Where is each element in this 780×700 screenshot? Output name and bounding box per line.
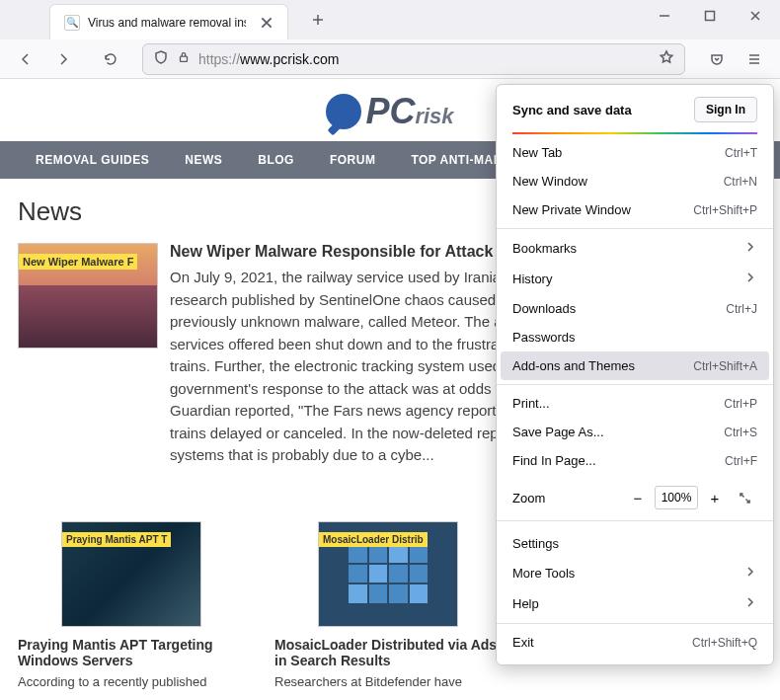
menu-item-passwords[interactable]: Passwords: [497, 323, 773, 351]
menu-item-label: Help: [512, 596, 539, 611]
menu-item-more-tools[interactable]: More Tools: [497, 558, 773, 588]
menu-item-shortcut: Ctrl+P: [724, 397, 757, 411]
thumb-overlay-label: New Wiper Malware F: [19, 254, 137, 270]
nav-blog[interactable]: BLOG: [240, 141, 312, 179]
bookmark-star-icon[interactable]: [659, 49, 674, 69]
app-menu-panel: Sync and save data Sign In New TabCtrl+T…: [496, 84, 774, 665]
menu-sync-header: Sync and save data Sign In: [497, 85, 773, 132]
nav-forum[interactable]: FORUM: [312, 141, 394, 179]
list-item: MosaicLoader Distrib MosaicLoader Distri…: [274, 521, 502, 689]
svg-rect-0: [706, 12, 715, 21]
menu-item-shortcut: Ctrl+T: [725, 146, 757, 160]
card-thumbnail[interactable]: Praying Mantis APT T: [61, 521, 201, 627]
menu-item-label: Downloads: [512, 301, 576, 316]
menu-item-history[interactable]: History: [497, 264, 773, 294]
url-text: https://www.pcrisk.com: [198, 51, 651, 67]
minimize-button[interactable]: [642, 0, 687, 32]
menu-item-label: Add-ons and Themes: [512, 358, 635, 373]
menu-item-downloads[interactable]: DownloadsCtrl+J: [497, 294, 773, 323]
menu-item-label: Find In Page...: [512, 453, 596, 468]
card-thumbnail[interactable]: MosaicLoader Distrib: [318, 521, 458, 627]
tab-title: Virus and malware removal inst: [88, 16, 246, 30]
menu-item-help[interactable]: Help: [497, 588, 773, 619]
thumb-overlay-label: MosaicLoader Distrib: [319, 532, 428, 547]
signin-button[interactable]: Sign In: [694, 97, 757, 122]
menu-item-new-window[interactable]: New WindowCtrl+N: [497, 167, 773, 195]
article-thumbnail[interactable]: New Wiper Malware F: [18, 243, 158, 349]
menu-separator: [497, 520, 773, 521]
close-window-button[interactable]: [733, 0, 778, 32]
window-controls: [642, 0, 780, 39]
menu-item-shortcut: Ctrl+Shift+Q: [692, 636, 757, 650]
menu-item-exit[interactable]: ExitCtrl+Shift+Q: [497, 628, 773, 657]
menu-item-shortcut: Ctrl+Shift+A: [693, 359, 757, 373]
menu-item-label: New Window: [512, 174, 587, 189]
svg-rect-1: [181, 56, 188, 61]
pocket-icon[interactable]: [701, 43, 733, 75]
lock-icon[interactable]: [177, 50, 191, 68]
menu-item-label: Passwords: [512, 330, 576, 345]
nav-news[interactable]: NEWS: [167, 141, 240, 179]
menu-item-label: Print...: [512, 396, 550, 411]
menu-item-label: Settings: [512, 536, 559, 551]
logo-text: PCrisk: [365, 91, 453, 132]
menu-item-label: New Tab: [512, 145, 562, 160]
back-button[interactable]: [10, 43, 41, 75]
chevron-right-icon: [743, 595, 757, 612]
card-title[interactable]: Praying Mantis APT Targeting Windows Ser…: [18, 637, 245, 668]
shield-icon[interactable]: [153, 49, 169, 69]
menu-item-shortcut: Ctrl+F: [725, 454, 757, 468]
card-excerpt: According to a recently published: [18, 674, 245, 689]
menu-item-shortcut: Ctrl+N: [724, 175, 757, 189]
menu-item-label: New Private Window: [512, 202, 631, 217]
menu-item-label: History: [512, 272, 552, 286]
menu-item-label: Bookmarks: [512, 241, 577, 256]
menu-item-shortcut: Ctrl+J: [726, 302, 757, 316]
address-bar[interactable]: https://www.pcrisk.com: [142, 43, 685, 75]
menu-item-bookmarks[interactable]: Bookmarks: [497, 233, 773, 264]
logo-icon: [326, 94, 361, 129]
nav-removal-guides[interactable]: REMOVAL GUIDES: [18, 141, 167, 179]
menu-group: New TabCtrl+TNew WindowCtrl+NNew Private…: [497, 134, 773, 479]
maximize-button[interactable]: [687, 0, 733, 32]
site-logo[interactable]: PCrisk: [326, 91, 453, 132]
menu-zoom-row: Zoom − 100% +: [497, 479, 773, 516]
list-item: Praying Mantis APT T Praying Mantis APT …: [18, 521, 245, 689]
forward-button[interactable]: [47, 43, 79, 75]
menu-item-shortcut: Ctrl+Shift+P: [693, 203, 757, 217]
menu-item-label: Exit: [512, 635, 534, 650]
menu-item-label: More Tools: [512, 566, 575, 581]
menu-item-label: Save Page As...: [512, 425, 604, 439]
menu-separator: [497, 623, 773, 624]
zoom-out-button[interactable]: −: [625, 485, 651, 510]
card-excerpt: Researchers at Bitdefender have: [274, 674, 502, 689]
menu-item-new-private-window[interactable]: New Private WindowCtrl+Shift+P: [497, 195, 773, 224]
menu-item-settings[interactable]: Settings: [497, 529, 773, 558]
hamburger-menu-button[interactable]: [739, 43, 770, 75]
favicon: 🔍: [64, 15, 80, 31]
zoom-in-button[interactable]: +: [702, 485, 728, 510]
menu-item-add-ons-and-themes[interactable]: Add-ons and ThemesCtrl+Shift+A: [501, 351, 769, 380]
menu-item-new-tab[interactable]: New TabCtrl+T: [497, 138, 773, 167]
fullscreen-button[interactable]: [732, 485, 757, 510]
new-tab-button[interactable]: [304, 6, 332, 34]
chevron-right-icon: [743, 240, 757, 257]
zoom-label: Zoom: [512, 491, 545, 506]
reload-button[interactable]: [95, 43, 126, 75]
menu-item-save-page-as[interactable]: Save Page As...Ctrl+S: [497, 418, 773, 446]
menu-item-shortcut: Ctrl+S: [724, 426, 757, 439]
menu-group: SettingsMore ToolsHelpExitCtrl+Shift+Q: [497, 525, 773, 661]
card-title[interactable]: MosaicLoader Distributed via Ads in Sear…: [274, 637, 502, 668]
sync-label: Sync and save data: [512, 103, 632, 117]
chevron-right-icon: [743, 565, 757, 582]
thumb-overlay-label: Praying Mantis APT T: [62, 532, 171, 547]
chevron-right-icon: [743, 271, 757, 287]
menu-separator: [497, 228, 773, 229]
close-tab-icon[interactable]: [260, 16, 273, 30]
zoom-value: 100%: [655, 486, 698, 509]
menu-item-print[interactable]: Print...Ctrl+P: [497, 389, 773, 418]
menu-item-find-in-page[interactable]: Find In Page...Ctrl+F: [497, 446, 773, 475]
menu-separator: [497, 384, 773, 385]
toolbar: https://www.pcrisk.com: [0, 39, 780, 79]
browser-tab[interactable]: 🔍 Virus and malware removal inst: [49, 4, 288, 39]
